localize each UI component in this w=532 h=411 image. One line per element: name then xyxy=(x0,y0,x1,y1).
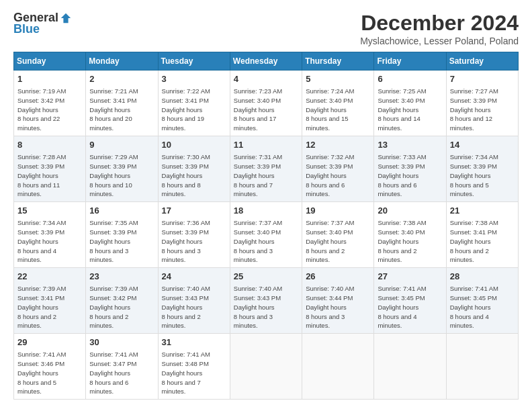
calendar-cell: 22 Sunrise: 7:39 AM Sunset: 3:41 PM Dayl… xyxy=(14,268,86,334)
title-section: December 2024 Myslachowice, Lesser Polan… xyxy=(360,11,519,46)
day-of-week-header-tuesday: Tuesday xyxy=(158,52,230,71)
day-info: Sunrise: 7:40 AM Sunset: 3:44 PM Dayligh… xyxy=(306,284,370,330)
day-info: Sunrise: 7:27 AM Sunset: 3:39 PM Dayligh… xyxy=(450,87,515,133)
day-number: 11 xyxy=(234,139,298,151)
calendar-cell: 17 Sunrise: 7:36 AM Sunset: 3:39 PM Dayl… xyxy=(158,202,230,268)
logo-icon xyxy=(60,12,72,24)
calendar-cell: 16 Sunrise: 7:35 AM Sunset: 3:39 PM Dayl… xyxy=(86,202,158,268)
calendar-cell: 5 Sunrise: 7:24 AM Sunset: 3:40 PM Dayli… xyxy=(302,71,374,136)
day-info: Sunrise: 7:34 AM Sunset: 3:39 PM Dayligh… xyxy=(450,152,515,199)
day-info: Sunrise: 7:39 AM Sunset: 3:41 PM Dayligh… xyxy=(17,284,82,330)
day-info: Sunrise: 7:41 AM Sunset: 3:48 PM Dayligh… xyxy=(162,350,226,396)
day-info: Sunrise: 7:30 AM Sunset: 3:39 PM Dayligh… xyxy=(162,152,226,199)
day-info: Sunrise: 7:34 AM Sunset: 3:39 PM Dayligh… xyxy=(17,218,82,265)
calendar-cell xyxy=(230,334,302,400)
calendar-cell: 2 Sunrise: 7:21 AM Sunset: 3:41 PM Dayli… xyxy=(86,71,158,136)
calendar-cell: 26 Sunrise: 7:40 AM Sunset: 3:44 PM Dayl… xyxy=(302,268,374,334)
day-number: 8 xyxy=(17,139,82,151)
day-number: 2 xyxy=(89,73,154,85)
calendar-cell xyxy=(374,334,446,400)
day-info: Sunrise: 7:39 AM Sunset: 3:42 PM Dayligh… xyxy=(89,284,154,330)
day-info: Sunrise: 7:19 AM Sunset: 3:42 PM Dayligh… xyxy=(17,87,82,133)
svg-marker-0 xyxy=(61,13,71,22)
day-info: Sunrise: 7:23 AM Sunset: 3:40 PM Dayligh… xyxy=(234,87,298,133)
day-info: Sunrise: 7:22 AM Sunset: 3:41 PM Dayligh… xyxy=(162,87,226,133)
day-number: 16 xyxy=(89,205,154,217)
day-number: 26 xyxy=(306,271,370,283)
day-number: 21 xyxy=(450,205,515,217)
calendar-cell xyxy=(446,334,518,400)
day-number: 22 xyxy=(17,271,82,283)
calendar-week-row: 29 Sunrise: 7:41 AM Sunset: 3:46 PM Dayl… xyxy=(14,334,519,400)
day-info: Sunrise: 7:41 AM Sunset: 3:46 PM Dayligh… xyxy=(17,350,82,396)
day-of-week-header-wednesday: Wednesday xyxy=(230,52,302,71)
calendar-cell: 23 Sunrise: 7:39 AM Sunset: 3:42 PM Dayl… xyxy=(86,268,158,334)
day-info: Sunrise: 7:33 AM Sunset: 3:39 PM Dayligh… xyxy=(378,152,442,199)
day-number: 15 xyxy=(17,205,82,217)
calendar-cell: 14 Sunrise: 7:34 AM Sunset: 3:39 PM Dayl… xyxy=(446,136,518,202)
calendar-cell: 3 Sunrise: 7:22 AM Sunset: 3:41 PM Dayli… xyxy=(158,71,230,136)
day-info: Sunrise: 7:32 AM Sunset: 3:39 PM Dayligh… xyxy=(306,152,370,199)
location-subtitle: Myslachowice, Lesser Poland, Poland xyxy=(360,36,519,46)
day-number: 31 xyxy=(162,336,226,349)
day-info: Sunrise: 7:41 AM Sunset: 3:45 PM Dayligh… xyxy=(378,284,442,330)
day-info: Sunrise: 7:40 AM Sunset: 3:43 PM Dayligh… xyxy=(162,284,226,330)
day-number: 19 xyxy=(306,205,370,217)
calendar-cell: 25 Sunrise: 7:40 AM Sunset: 3:43 PM Dayl… xyxy=(230,268,302,334)
calendar-cell: 7 Sunrise: 7:27 AM Sunset: 3:39 PM Dayli… xyxy=(446,71,518,136)
calendar-week-row: 1 Sunrise: 7:19 AM Sunset: 3:42 PM Dayli… xyxy=(14,71,519,136)
day-info: Sunrise: 7:41 AM Sunset: 3:47 PM Dayligh… xyxy=(89,350,154,396)
day-number: 7 xyxy=(450,73,515,85)
day-info: Sunrise: 7:31 AM Sunset: 3:39 PM Dayligh… xyxy=(234,152,298,199)
calendar-cell: 31 Sunrise: 7:41 AM Sunset: 3:48 PM Dayl… xyxy=(158,334,230,400)
calendar-cell: 18 Sunrise: 7:37 AM Sunset: 3:40 PM Dayl… xyxy=(230,202,302,268)
day-number: 28 xyxy=(450,271,515,283)
calendar-cell: 8 Sunrise: 7:28 AM Sunset: 3:39 PM Dayli… xyxy=(14,136,86,202)
calendar-week-row: 22 Sunrise: 7:39 AM Sunset: 3:41 PM Dayl… xyxy=(14,268,519,334)
calendar-cell: 28 Sunrise: 7:41 AM Sunset: 3:45 PM Dayl… xyxy=(446,268,518,334)
day-info: Sunrise: 7:41 AM Sunset: 3:45 PM Dayligh… xyxy=(450,284,515,330)
day-of-week-header-monday: Monday xyxy=(86,52,158,71)
day-of-week-header-sunday: Sunday xyxy=(14,52,86,71)
month-title: December 2024 xyxy=(360,11,519,36)
day-number: 17 xyxy=(162,205,226,217)
calendar-cell: 24 Sunrise: 7:40 AM Sunset: 3:43 PM Dayl… xyxy=(158,268,230,334)
day-number: 14 xyxy=(450,139,515,151)
calendar-cell: 12 Sunrise: 7:32 AM Sunset: 3:39 PM Dayl… xyxy=(302,136,374,202)
day-of-week-header-friday: Friday xyxy=(374,52,446,71)
calendar-cell: 15 Sunrise: 7:34 AM Sunset: 3:39 PM Dayl… xyxy=(14,202,86,268)
calendar-cell: 11 Sunrise: 7:31 AM Sunset: 3:39 PM Dayl… xyxy=(230,136,302,202)
day-info: Sunrise: 7:28 AM Sunset: 3:39 PM Dayligh… xyxy=(17,152,82,199)
calendar-cell: 13 Sunrise: 7:33 AM Sunset: 3:39 PM Dayl… xyxy=(374,136,446,202)
calendar-cell: 9 Sunrise: 7:29 AM Sunset: 3:39 PM Dayli… xyxy=(86,136,158,202)
day-number: 6 xyxy=(378,73,442,85)
calendar-week-row: 8 Sunrise: 7:28 AM Sunset: 3:39 PM Dayli… xyxy=(14,136,519,202)
calendar-cell: 29 Sunrise: 7:41 AM Sunset: 3:46 PM Dayl… xyxy=(14,334,86,400)
day-info: Sunrise: 7:24 AM Sunset: 3:40 PM Dayligh… xyxy=(306,87,370,133)
day-number: 25 xyxy=(234,271,298,283)
day-info: Sunrise: 7:38 AM Sunset: 3:40 PM Dayligh… xyxy=(378,218,442,265)
day-number: 1 xyxy=(17,73,82,85)
day-number: 3 xyxy=(162,73,226,85)
day-number: 4 xyxy=(234,73,298,85)
day-number: 18 xyxy=(234,205,298,217)
calendar-cell: 6 Sunrise: 7:25 AM Sunset: 3:40 PM Dayli… xyxy=(374,71,446,136)
calendar-cell: 1 Sunrise: 7:19 AM Sunset: 3:42 PM Dayli… xyxy=(14,71,86,136)
day-number: 12 xyxy=(306,139,370,151)
calendar-table: SundayMondayTuesdayWednesdayThursdayFrid… xyxy=(13,52,519,400)
calendar-cell: 19 Sunrise: 7:37 AM Sunset: 3:40 PM Dayl… xyxy=(302,202,374,268)
day-info: Sunrise: 7:37 AM Sunset: 3:40 PM Dayligh… xyxy=(234,218,298,265)
logo-blue-text: Blue xyxy=(13,22,40,36)
day-number: 20 xyxy=(378,205,442,217)
day-info: Sunrise: 7:37 AM Sunset: 3:40 PM Dayligh… xyxy=(306,218,370,265)
day-number: 9 xyxy=(89,139,154,151)
calendar-cell: 4 Sunrise: 7:23 AM Sunset: 3:40 PM Dayli… xyxy=(230,71,302,136)
day-info: Sunrise: 7:25 AM Sunset: 3:40 PM Dayligh… xyxy=(378,87,442,133)
day-number: 29 xyxy=(17,336,82,349)
day-number: 10 xyxy=(162,139,226,151)
calendar-cell xyxy=(302,334,374,400)
calendar-cell: 10 Sunrise: 7:30 AM Sunset: 3:39 PM Dayl… xyxy=(158,136,230,202)
day-number: 23 xyxy=(89,271,154,283)
calendar-week-row: 15 Sunrise: 7:34 AM Sunset: 3:39 PM Dayl… xyxy=(14,202,519,268)
day-of-week-header-thursday: Thursday xyxy=(302,52,374,71)
